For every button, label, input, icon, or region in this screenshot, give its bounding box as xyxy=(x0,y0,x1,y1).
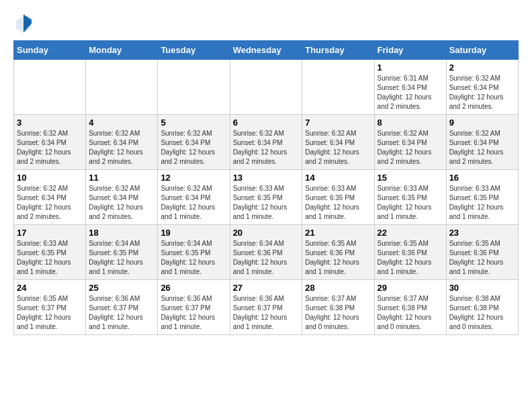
calendar-day-cell: 11Sunrise: 6:32 AM Sunset: 6:34 PM Dayli… xyxy=(86,170,158,225)
day-number: 11 xyxy=(89,173,154,183)
calendar-day-cell: 18Sunrise: 6:34 AM Sunset: 6:35 PM Dayli… xyxy=(86,225,158,280)
calendar-day-cell: 4Sunrise: 6:32 AM Sunset: 6:34 PM Daylig… xyxy=(86,115,158,170)
calendar-day-cell: 30Sunrise: 6:38 AM Sunset: 6:38 PM Dayli… xyxy=(446,280,518,335)
calendar-day-cell: 2Sunrise: 6:32 AM Sunset: 6:34 PM Daylig… xyxy=(446,60,518,115)
day-number: 12 xyxy=(161,173,226,183)
calendar-day-cell: 13Sunrise: 6:33 AM Sunset: 6:35 PM Dayli… xyxy=(230,170,302,225)
day-info: Sunrise: 6:33 AM Sunset: 6:35 PM Dayligh… xyxy=(449,184,515,222)
calendar-day-cell: 19Sunrise: 6:34 AM Sunset: 6:35 PM Dayli… xyxy=(158,225,230,280)
day-number: 21 xyxy=(305,228,371,238)
day-info: Sunrise: 6:32 AM Sunset: 6:34 PM Dayligh… xyxy=(449,129,515,167)
calendar-day-cell: 23Sunrise: 6:35 AM Sunset: 6:36 PM Dayli… xyxy=(446,225,518,280)
day-number: 29 xyxy=(378,283,443,293)
day-number: 28 xyxy=(305,283,371,293)
day-info: Sunrise: 6:32 AM Sunset: 6:34 PM Dayligh… xyxy=(89,184,154,222)
day-info: Sunrise: 6:38 AM Sunset: 6:38 PM Dayligh… xyxy=(449,294,515,332)
day-number: 30 xyxy=(449,283,515,293)
day-number: 18 xyxy=(89,228,154,238)
weekday-header-cell: Saturday xyxy=(446,41,518,60)
day-info: Sunrise: 6:32 AM Sunset: 6:34 PM Dayligh… xyxy=(233,129,300,167)
day-info: Sunrise: 6:34 AM Sunset: 6:36 PM Dayligh… xyxy=(233,239,300,277)
day-info: Sunrise: 6:32 AM Sunset: 6:34 PM Dayligh… xyxy=(17,129,83,167)
day-info: Sunrise: 6:37 AM Sunset: 6:38 PM Dayligh… xyxy=(378,294,443,332)
calendar: SundayMondayTuesdayWednesdayThursdayFrid… xyxy=(13,40,519,335)
day-info: Sunrise: 6:33 AM Sunset: 6:35 PM Dayligh… xyxy=(378,184,443,222)
calendar-day-cell: 8Sunrise: 6:32 AM Sunset: 6:34 PM Daylig… xyxy=(374,115,446,170)
calendar-day-cell: 22Sunrise: 6:35 AM Sunset: 6:36 PM Dayli… xyxy=(374,225,446,280)
calendar-day-cell: 9Sunrise: 6:32 AM Sunset: 6:34 PM Daylig… xyxy=(446,115,518,170)
day-info: Sunrise: 6:32 AM Sunset: 6:34 PM Dayligh… xyxy=(89,129,154,167)
day-number: 17 xyxy=(17,228,83,238)
day-info: Sunrise: 6:36 AM Sunset: 6:37 PM Dayligh… xyxy=(161,294,226,332)
day-info: Sunrise: 6:35 AM Sunset: 6:36 PM Dayligh… xyxy=(378,239,443,277)
calendar-day-cell: 29Sunrise: 6:37 AM Sunset: 6:38 PM Dayli… xyxy=(374,280,446,335)
day-number: 1 xyxy=(378,62,443,73)
day-number: 6 xyxy=(233,118,300,128)
calendar-day-cell: 16Sunrise: 6:33 AM Sunset: 6:35 PM Dayli… xyxy=(446,170,518,225)
day-info: Sunrise: 6:32 AM Sunset: 6:34 PM Dayligh… xyxy=(17,184,83,222)
day-number: 13 xyxy=(233,173,300,183)
weekday-header-cell: Friday xyxy=(374,41,446,60)
weekday-header-cell: Sunday xyxy=(14,41,86,60)
day-info: Sunrise: 6:33 AM Sunset: 6:35 PM Dayligh… xyxy=(17,239,83,277)
calendar-day-cell: 20Sunrise: 6:34 AM Sunset: 6:36 PM Dayli… xyxy=(230,225,302,280)
day-number: 22 xyxy=(378,228,443,238)
calendar-day-cell: 28Sunrise: 6:37 AM Sunset: 6:38 PM Dayli… xyxy=(302,280,374,335)
day-number: 7 xyxy=(305,118,371,128)
day-number: 24 xyxy=(17,283,83,293)
day-info: Sunrise: 6:33 AM Sunset: 6:35 PM Dayligh… xyxy=(233,184,300,222)
day-number: 3 xyxy=(17,118,83,128)
calendar-day-cell: 10Sunrise: 6:32 AM Sunset: 6:34 PM Dayli… xyxy=(14,170,86,225)
day-info: Sunrise: 6:35 AM Sunset: 6:36 PM Dayligh… xyxy=(449,239,515,277)
day-info: Sunrise: 6:31 AM Sunset: 6:34 PM Dayligh… xyxy=(378,74,443,111)
calendar-day-cell xyxy=(302,60,374,115)
day-number: 27 xyxy=(233,283,300,293)
day-number: 15 xyxy=(378,173,443,183)
weekday-header-cell: Thursday xyxy=(302,41,374,60)
calendar-day-cell: 5Sunrise: 6:32 AM Sunset: 6:34 PM Daylig… xyxy=(158,115,230,170)
calendar-day-cell: 12Sunrise: 6:32 AM Sunset: 6:34 PM Dayli… xyxy=(158,170,230,225)
day-number: 5 xyxy=(161,118,226,128)
calendar-day-cell: 15Sunrise: 6:33 AM Sunset: 6:35 PM Dayli… xyxy=(374,170,446,225)
day-info: Sunrise: 6:32 AM Sunset: 6:34 PM Dayligh… xyxy=(161,129,226,167)
day-number: 26 xyxy=(161,283,226,293)
calendar-week-row: 10Sunrise: 6:32 AM Sunset: 6:34 PM Dayli… xyxy=(14,170,519,225)
day-number: 25 xyxy=(89,283,154,293)
weekday-header-cell: Monday xyxy=(86,41,158,60)
calendar-day-cell xyxy=(158,60,230,115)
weekday-header-cell: Tuesday xyxy=(158,41,230,60)
day-info: Sunrise: 6:32 AM Sunset: 6:34 PM Dayligh… xyxy=(449,74,515,111)
day-number: 19 xyxy=(161,228,226,238)
calendar-day-cell: 24Sunrise: 6:35 AM Sunset: 6:37 PM Dayli… xyxy=(14,280,86,335)
logo xyxy=(13,13,36,34)
day-info: Sunrise: 6:33 AM Sunset: 6:35 PM Dayligh… xyxy=(305,184,371,222)
day-info: Sunrise: 6:37 AM Sunset: 6:38 PM Dayligh… xyxy=(305,294,371,332)
logo-icon xyxy=(13,13,34,34)
calendar-day-cell: 21Sunrise: 6:35 AM Sunset: 6:36 PM Dayli… xyxy=(302,225,374,280)
calendar-day-cell: 7Sunrise: 6:32 AM Sunset: 6:34 PM Daylig… xyxy=(302,115,374,170)
calendar-day-cell: 3Sunrise: 6:32 AM Sunset: 6:34 PM Daylig… xyxy=(14,115,86,170)
calendar-day-cell: 26Sunrise: 6:36 AM Sunset: 6:37 PM Dayli… xyxy=(158,280,230,335)
calendar-day-cell xyxy=(86,60,158,115)
calendar-day-cell: 14Sunrise: 6:33 AM Sunset: 6:35 PM Dayli… xyxy=(302,170,374,225)
calendar-day-cell xyxy=(14,60,86,115)
day-number: 10 xyxy=(17,173,83,183)
weekday-header-cell: Wednesday xyxy=(230,41,302,60)
calendar-week-row: 24Sunrise: 6:35 AM Sunset: 6:37 PM Dayli… xyxy=(14,280,519,335)
day-info: Sunrise: 6:32 AM Sunset: 6:34 PM Dayligh… xyxy=(305,129,371,167)
day-number: 16 xyxy=(449,173,515,183)
calendar-day-cell: 25Sunrise: 6:36 AM Sunset: 6:37 PM Dayli… xyxy=(86,280,158,335)
day-number: 2 xyxy=(449,62,515,73)
day-info: Sunrise: 6:36 AM Sunset: 6:37 PM Dayligh… xyxy=(89,294,154,332)
day-info: Sunrise: 6:34 AM Sunset: 6:35 PM Dayligh… xyxy=(161,239,226,277)
calendar-week-row: 17Sunrise: 6:33 AM Sunset: 6:35 PM Dayli… xyxy=(14,225,519,280)
day-info: Sunrise: 6:34 AM Sunset: 6:35 PM Dayligh… xyxy=(89,239,154,277)
calendar-week-row: 1Sunrise: 6:31 AM Sunset: 6:34 PM Daylig… xyxy=(14,60,519,115)
day-number: 9 xyxy=(449,118,515,128)
calendar-week-row: 3Sunrise: 6:32 AM Sunset: 6:34 PM Daylig… xyxy=(14,115,519,170)
calendar-day-cell xyxy=(230,60,302,115)
day-info: Sunrise: 6:36 AM Sunset: 6:37 PM Dayligh… xyxy=(233,294,300,332)
day-info: Sunrise: 6:35 AM Sunset: 6:37 PM Dayligh… xyxy=(17,294,83,332)
day-number: 23 xyxy=(449,228,515,238)
calendar-day-cell: 27Sunrise: 6:36 AM Sunset: 6:37 PM Dayli… xyxy=(230,280,302,335)
